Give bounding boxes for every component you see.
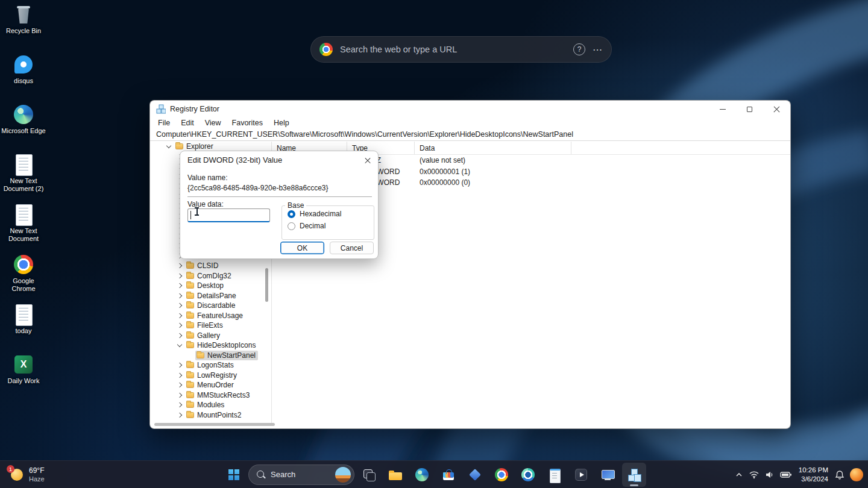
store-icon[interactable] bbox=[436, 463, 461, 487]
close-button[interactable] bbox=[763, 101, 790, 117]
value-data-input[interactable] bbox=[187, 208, 270, 222]
tree-item[interactable]: FeatureUsage bbox=[150, 311, 271, 321]
notepad-icon[interactable] bbox=[542, 463, 567, 487]
chevron-icon[interactable] bbox=[177, 363, 182, 368]
menu-item[interactable]: Help bbox=[268, 119, 295, 127]
menu-bar: File Edit View Favorites Help bbox=[150, 117, 790, 128]
folder-icon bbox=[186, 372, 194, 378]
desktop-icon-glyph bbox=[13, 104, 34, 125]
desktop-icon-today[interactable]: today bbox=[0, 304, 47, 351]
desktop-icon-disqus[interactable]: disqus bbox=[0, 54, 47, 101]
tree-item[interactable]: CLSID bbox=[150, 261, 271, 271]
web-search-bar[interactable]: Search the web or type a URL ? ⋯ bbox=[310, 36, 612, 63]
tray-chevron-up-icon[interactable] bbox=[735, 471, 743, 479]
chevron-icon[interactable] bbox=[177, 342, 182, 347]
chevron-icon[interactable] bbox=[177, 373, 182, 378]
maximize-button[interactable] bbox=[736, 101, 763, 117]
folder-icon bbox=[186, 333, 194, 339]
tree-item[interactable]: Gallery bbox=[150, 331, 271, 341]
tree-item[interactable]: MountPoints2 bbox=[150, 410, 271, 421]
cancel-button[interactable]: Cancel bbox=[330, 242, 374, 254]
task-view-button[interactable] bbox=[357, 463, 381, 487]
close-icon bbox=[773, 106, 780, 113]
chevron-icon[interactable] bbox=[177, 274, 182, 278]
tray-orange-app-icon[interactable] bbox=[850, 468, 863, 481]
chevron-icon[interactable] bbox=[177, 413, 182, 418]
help-icon[interactable]: ? bbox=[573, 43, 585, 55]
tree-item[interactable]: DetailsPane bbox=[150, 291, 271, 301]
tree-scrollbar-thumb[interactable] bbox=[265, 268, 268, 302]
taskbar-clock[interactable]: 10:26 PM 3/6/2024 bbox=[797, 466, 829, 484]
chrome-icon[interactable] bbox=[489, 463, 514, 487]
chevron-icon[interactable] bbox=[177, 313, 182, 318]
file-explorer-icon[interactable] bbox=[383, 463, 407, 487]
desktop-icon-label: disqus bbox=[13, 77, 34, 85]
desktop-icon-glyph bbox=[13, 154, 34, 175]
tree-item[interactable]: MenuOrder bbox=[150, 380, 271, 390]
chevron-icon[interactable] bbox=[177, 283, 182, 288]
chevron-icon[interactable] bbox=[177, 303, 182, 308]
registry-editor-icon[interactable] bbox=[622, 463, 646, 487]
browser-icon[interactable] bbox=[516, 463, 540, 487]
monitor-app-icon[interactable] bbox=[596, 463, 620, 487]
menu-item[interactable]: Edit bbox=[175, 119, 200, 127]
registry-path: Computer\HKEY_CURRENT_USER\Software\Micr… bbox=[156, 130, 573, 139]
dialog-close-button[interactable] bbox=[362, 155, 373, 166]
column-header-data[interactable]: Data bbox=[415, 142, 571, 154]
chevron-expanded-icon[interactable] bbox=[166, 143, 171, 148]
base-radio-option[interactable]: Decimal bbox=[288, 222, 341, 230]
desktop-icon-daily-work[interactable]: Daily Work bbox=[0, 354, 47, 401]
desktop-icon-microsoft-edge[interactable]: Microsoft Edge bbox=[0, 104, 47, 151]
radio-icon[interactable] bbox=[288, 210, 295, 218]
notification-bell-icon[interactable] bbox=[835, 470, 844, 480]
desktop-icon-new-text-document[interactable]: New Text Document bbox=[0, 204, 47, 251]
tree-item[interactable]: FileExts bbox=[150, 321, 271, 331]
tree-item-label: FeatureUsage bbox=[197, 311, 243, 320]
address-bar[interactable]: Computer\HKEY_CURRENT_USER\Software\Micr… bbox=[150, 128, 790, 141]
value-name-field[interactable]: {2cc5ca98-6485-489a-920e-b3e88a6ccce3} bbox=[187, 184, 372, 197]
blue-app-icon[interactable] bbox=[463, 463, 487, 487]
tree-item[interactable]: NewStartPanel bbox=[150, 351, 271, 361]
wifi-icon[interactable] bbox=[749, 471, 760, 479]
menu-item[interactable]: View bbox=[200, 119, 227, 127]
window-titlebar[interactable]: Registry Editor bbox=[150, 101, 790, 117]
edge-icon[interactable] bbox=[410, 463, 434, 487]
chevron-icon[interactable] bbox=[177, 263, 182, 268]
start-button[interactable] bbox=[222, 463, 246, 487]
tree-item[interactable]: Modules bbox=[150, 400, 271, 410]
minimize-button[interactable] bbox=[709, 101, 736, 117]
tree-item[interactable]: Desktop bbox=[150, 281, 271, 291]
more-options-icon[interactable]: ⋯ bbox=[593, 44, 603, 55]
media-player-icon[interactable] bbox=[569, 463, 593, 487]
weather-widget[interactable]: 1 69°F Haze bbox=[6, 461, 48, 488]
chevron-icon[interactable] bbox=[177, 402, 182, 407]
browser-search-icon bbox=[319, 43, 333, 56]
tree-item[interactable]: HideDesktopIcons bbox=[150, 340, 271, 351]
menu-item[interactable]: Favorites bbox=[227, 119, 268, 127]
tree-item[interactable]: ComDlg32 bbox=[150, 271, 271, 281]
chevron-icon[interactable] bbox=[177, 393, 182, 398]
tree-item[interactable]: LowRegistry bbox=[150, 371, 271, 381]
tree-item[interactable]: MMStuckRects3 bbox=[150, 390, 271, 401]
chevron-icon[interactable] bbox=[177, 383, 182, 387]
chevron-icon[interactable] bbox=[177, 323, 182, 328]
desktop-icon-google-chrome[interactable]: Google Chrome bbox=[0, 254, 47, 301]
battery-icon[interactable] bbox=[780, 471, 792, 478]
horizontal-scrollbar[interactable] bbox=[150, 422, 790, 427]
desktop-icon-recycle-bin[interactable]: Recycle Bin bbox=[0, 4, 47, 51]
desktop-icon-new-text-document-2[interactable]: New Text Document (2) bbox=[0, 154, 47, 201]
radio-icon[interactable] bbox=[288, 222, 295, 230]
tree-item-label: CLSID bbox=[197, 261, 218, 270]
tree-item[interactable]: LogonStats bbox=[150, 360, 271, 371]
tree-item-label: Modules bbox=[197, 401, 224, 409]
ok-button[interactable]: OK bbox=[280, 242, 324, 254]
volume-icon[interactable] bbox=[765, 471, 775, 479]
horizontal-scrollbar-thumb[interactable] bbox=[154, 423, 275, 426]
base-radio-option[interactable]: Hexadecimal bbox=[288, 210, 341, 218]
taskbar-search[interactable]: Search bbox=[248, 465, 354, 485]
window-title: Registry Editor bbox=[170, 105, 219, 113]
tree-item[interactable]: Discardable bbox=[150, 301, 271, 311]
menu-item[interactable]: File bbox=[153, 119, 175, 127]
chevron-icon[interactable] bbox=[177, 293, 182, 298]
chevron-icon[interactable] bbox=[177, 333, 182, 338]
